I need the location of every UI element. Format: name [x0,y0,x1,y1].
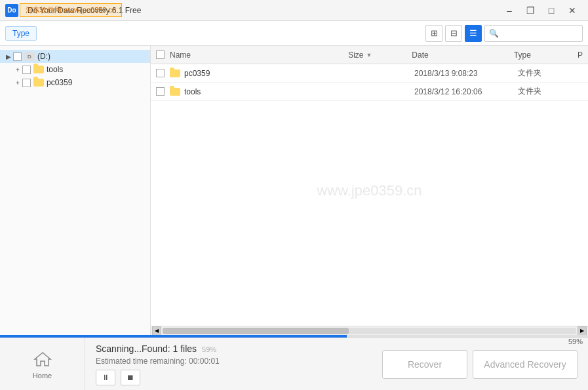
select-all-checkbox[interactable] [156,50,165,59]
header-name[interactable]: Name [170,50,348,60]
sidebar-item-pc0359[interactable]: + pc0359 [0,76,150,89]
toolbar: Type ⊞ ⊟ ☰ 🔍 [0,21,588,46]
tools-checkbox[interactable] [22,66,31,74]
main-area: ▶ D (D:) + tools + pc0359 www.jpe0359.cn [0,46,588,335]
drive-checkbox[interactable] [13,52,22,61]
maximize-button[interactable]: □ [541,0,562,21]
sidebar-item-drive-d[interactable]: ▶ D (D:) [0,50,150,63]
home-button[interactable] [31,349,54,369]
row-checkbox-1[interactable] [156,87,165,96]
search-input[interactable] [501,29,578,38]
titlebar: Do 河东软件网 www.jpe0359.cn Do Your Data Rec… [0,0,588,21]
close-button[interactable]: ✕ [562,0,583,21]
sidebar-label-tools: tools [47,65,63,74]
sidebar: ▶ D (D:) + tools + pc0359 [0,46,151,335]
header-date: Date [412,50,514,60]
advanced-recovery-button[interactable]: Advanced Recovery [473,350,578,379]
drive-icon: D [24,52,35,61]
file-type-1: 文件夹 [518,86,583,97]
pc0359-checkbox[interactable] [22,79,31,87]
home-label: Home [33,372,52,380]
watermark-text: 河东软件网 www.jpe0359.cn [20,3,122,17]
search-icon: 🔍 [489,29,499,38]
progress-bar-container [0,335,588,338]
playback-controls: ⏸ ⏹ [96,370,361,385]
list-view-button[interactable]: ☰ [465,25,482,42]
tree-toggle-drive[interactable]: ▶ [4,52,13,61]
bottom-bar: Home Scanning...Found: 1 files 59% Estim… [0,338,588,390]
progress-percent-label: 59% [568,338,583,345]
action-buttons: Recover Advanced Recovery [372,338,588,390]
toolbar-right: ⊞ ⊟ ☰ 🔍 [425,25,583,42]
file-rows-container: pc0359 2018/3/13 9:08:23 文件夹 D tools 201… [151,64,588,326]
tree-toggle-tools[interactable]: + [13,65,22,74]
file-name-0: pc0359 [184,69,349,78]
folder-icon-row-0 [170,69,180,77]
minimize-button[interactable]: – [499,0,520,21]
sort-arrow-size: ▼ [366,52,372,58]
window-controls: – ❐ □ ✕ [499,0,583,21]
header-path: P [578,50,583,60]
scroll-right-button[interactable]: ▶ [578,326,587,336]
folder-icon-row-1 [170,88,180,96]
recover-button[interactable]: Recover [382,350,467,379]
sidebar-label-pc0359: pc0359 [47,78,72,87]
app-logo: Do [5,4,18,17]
grid-view-button[interactable]: ⊟ [445,25,462,42]
header-size[interactable]: Size ▼ [348,50,412,60]
home-section: Home [0,338,85,390]
file-table-header: Name Size ▼ Date Type P [151,46,588,64]
file-name-1: tools [184,87,349,96]
row-checkbox-0[interactable] [156,69,165,77]
sidebar-item-tools[interactable]: + tools [0,63,150,76]
folder-icon-pc0359 [33,79,44,87]
scroll-thumb[interactable] [163,328,349,334]
time-remaining: Estimated time remaining: 00:00:01 [96,357,361,366]
file-date-1: 2018/3/12 16:20:06 [414,87,518,96]
scroll-left-button[interactable]: ◀ [152,326,161,336]
svg-marker-0 [35,353,50,366]
home-icon [33,351,52,367]
stop-button[interactable]: ⏹ [121,370,140,385]
progress-wrapper [0,335,588,338]
type-filter-button[interactable]: Type [5,26,37,41]
thumbnail-view-button[interactable]: ⊞ [425,25,442,42]
scroll-track[interactable] [163,328,576,334]
file-list: www.jpe0359.cn Name Size ▼ Date Type P [151,46,588,335]
table-row[interactable]: tools 2018/3/12 16:20:06 文件夹 D [151,83,588,101]
scanning-status: Scanning...Found: 1 files [96,343,197,354]
folder-icon-tools [33,66,44,73]
search-box: 🔍 [484,25,583,42]
percent-display: 59% [202,345,216,353]
drive-label: (D:) [37,52,50,61]
table-row[interactable]: pc0359 2018/3/13 9:08:23 文件夹 D [151,64,588,83]
horizontal-scrollbar[interactable]: ◀ ▶ [151,326,588,335]
scanning-info: Scanning...Found: 1 files 59% Estimated … [85,338,372,390]
tree-toggle-pc0359[interactable]: + [13,78,22,87]
progress-bar-fill [0,335,347,338]
watermark-overlay: 河东软件网 www.jpe0359.cn [20,0,122,20]
file-type-0: 文件夹 [518,68,583,79]
header-type: Type [514,50,578,60]
file-date-0: 2018/3/13 9:08:23 [414,69,518,78]
toolbar-left: Type [5,26,37,41]
pause-button[interactable]: ⏸ [96,370,115,385]
restore-button[interactable]: ❐ [520,0,541,21]
